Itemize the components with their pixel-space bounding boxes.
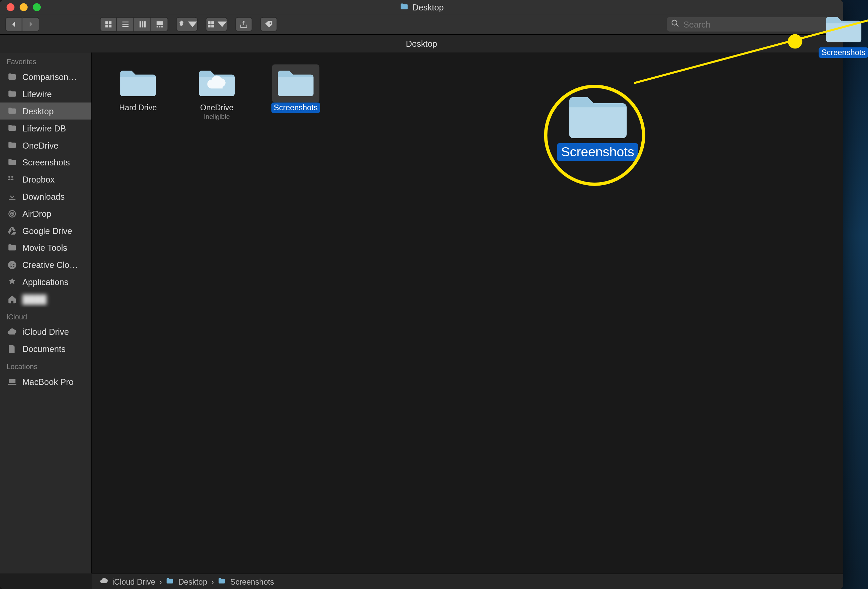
path-bar[interactable]: iCloud Drive›Desktop›Screenshots bbox=[92, 574, 843, 589]
sidebar-item-movie-tools[interactable]: Movie Tools bbox=[0, 239, 92, 256]
sidebar-item-label: Downloads bbox=[22, 191, 65, 202]
sidebar-item-downloads[interactable]: Downloads bbox=[0, 188, 92, 205]
toolbar bbox=[0, 15, 843, 34]
folder-icon bbox=[7, 242, 17, 253]
gdrive-icon bbox=[7, 225, 17, 236]
sidebar-item-applications[interactable]: Applications bbox=[0, 273, 92, 290]
file-item-hard-drive[interactable]: Hard Drive bbox=[112, 64, 164, 120]
chevron-right-icon: › bbox=[211, 577, 214, 586]
sidebar-item-documents[interactable]: Documents bbox=[0, 340, 92, 357]
path-segment[interactable]: Desktop bbox=[178, 577, 207, 586]
search-field[interactable] bbox=[667, 17, 838, 32]
file-item-screenshots[interactable]: Screenshots bbox=[269, 64, 322, 120]
airdrop-icon bbox=[7, 208, 17, 218]
file-item-onedrive[interactable]: OneDriveIneligible bbox=[191, 64, 243, 120]
file-item-label: OneDrive bbox=[198, 103, 236, 113]
sidebar-item-desktop[interactable]: Desktop bbox=[0, 103, 92, 120]
sidebar-item-lifewire-db[interactable]: Lifewire DB bbox=[0, 120, 92, 137]
sidebar-item-label: ████ bbox=[22, 294, 46, 303]
folder-icon bbox=[399, 2, 408, 13]
folder-icon bbox=[823, 15, 864, 47]
sidebar-item-label: MacBook Pro bbox=[22, 377, 73, 387]
sidebar-section-header: iCloud bbox=[0, 307, 92, 323]
sidebar-item-label: Desktop bbox=[22, 106, 53, 116]
traffic-lights bbox=[0, 3, 41, 11]
view-icon-button[interactable] bbox=[100, 17, 117, 32]
sidebar-item-comparison-[interactable]: Comparison… bbox=[0, 68, 92, 85]
content-area[interactable]: Hard DriveOneDriveIneligibleScreenshots bbox=[92, 53, 843, 573]
cloud-icon bbox=[7, 327, 17, 337]
sidebar-item-label: AirDrop bbox=[22, 208, 51, 218]
minimize-button[interactable] bbox=[20, 3, 28, 11]
svg-point-0 bbox=[11, 213, 13, 215]
desktop-drag-target[interactable]: Screenshots bbox=[819, 15, 868, 58]
location-header: Desktop bbox=[0, 34, 843, 53]
maximize-button[interactable] bbox=[33, 3, 41, 11]
desktop-background bbox=[842, 0, 868, 589]
sidebar-item-label: Applications bbox=[22, 277, 68, 287]
sidebar-section-header: Favorites bbox=[0, 53, 92, 68]
path-segment[interactable]: iCloud Drive bbox=[112, 577, 155, 586]
folder-icon bbox=[7, 106, 17, 116]
action-menu-button[interactable] bbox=[176, 17, 198, 32]
annotation-magnified-folder: Screenshots bbox=[557, 92, 638, 161]
share-button[interactable] bbox=[235, 17, 252, 32]
tags-button[interactable] bbox=[260, 17, 278, 32]
folder-icon bbox=[7, 140, 17, 150]
sidebar-item-label: Dropbox bbox=[22, 174, 55, 184]
sidebar-item-screenshots[interactable]: Screenshots bbox=[0, 154, 92, 171]
home-icon bbox=[7, 293, 17, 304]
search-input[interactable] bbox=[683, 19, 834, 29]
folder-icon bbox=[272, 64, 319, 102]
cloud-icon bbox=[100, 576, 108, 587]
view-gallery-button[interactable] bbox=[151, 17, 168, 32]
view-column-button[interactable] bbox=[134, 17, 151, 32]
download-icon bbox=[7, 191, 17, 202]
sidebar-item-label: Google Drive bbox=[22, 225, 72, 235]
drag-target-label: Screenshots bbox=[819, 47, 868, 58]
svg-text:Cc: Cc bbox=[9, 262, 15, 267]
path-segment[interactable]: Screenshots bbox=[230, 577, 274, 586]
cc-icon: Cc bbox=[7, 259, 17, 270]
dropbox-icon bbox=[7, 174, 17, 184]
sidebar-item-onedrive[interactable]: OneDrive bbox=[0, 137, 92, 154]
sidebar-item-home[interactable]: ████ bbox=[0, 290, 92, 308]
sidebar-item-airdrop[interactable]: AirDrop bbox=[0, 205, 92, 222]
sidebar-item-label: Documents bbox=[22, 344, 65, 354]
search-icon bbox=[671, 19, 679, 29]
sidebar-item-lifewire[interactable]: Lifewire bbox=[0, 85, 92, 103]
folder-icon bbox=[114, 64, 162, 102]
sidebar-item-label: iCloud Drive bbox=[22, 327, 69, 337]
file-item-label: Screenshots bbox=[271, 103, 320, 113]
folder-icon bbox=[7, 157, 17, 168]
sidebar-item-label: Screenshots bbox=[22, 158, 69, 167]
back-button[interactable] bbox=[5, 17, 22, 32]
sidebar-item-label: Comparison… bbox=[22, 72, 77, 82]
view-list-button[interactable] bbox=[117, 17, 134, 32]
sidebar-item-label: Creative Clo… bbox=[22, 260, 78, 269]
folder-icon bbox=[193, 64, 241, 102]
sidebar-item-icloud-drive[interactable]: iCloud Drive bbox=[0, 323, 92, 340]
window-title: Desktop bbox=[399, 2, 444, 13]
forward-button[interactable] bbox=[22, 17, 39, 32]
sidebar-item-creative-clo-[interactable]: CcCreative Clo… bbox=[0, 256, 92, 273]
sidebar-item-label: Lifewire DB bbox=[22, 123, 66, 133]
title-bar: Desktop bbox=[0, 0, 843, 15]
folder-icon bbox=[166, 576, 174, 587]
close-button[interactable] bbox=[7, 3, 15, 11]
folder-icon bbox=[7, 89, 17, 99]
group-menu-button[interactable] bbox=[206, 17, 227, 32]
folder-icon bbox=[7, 72, 17, 82]
sidebar-item-label: OneDrive bbox=[22, 140, 58, 150]
sidebar-item-macbook-pro[interactable]: MacBook Pro bbox=[0, 373, 92, 390]
sidebar-item-google-drive[interactable]: Google Drive bbox=[0, 222, 92, 239]
sidebar-section-header: Locations bbox=[0, 357, 92, 373]
finder-window: Desktop bbox=[0, 0, 843, 589]
doc-icon bbox=[7, 343, 17, 354]
sidebar-item-label: Lifewire bbox=[22, 89, 52, 99]
window-title-text: Desktop bbox=[412, 2, 444, 12]
annotation-magnified-label: Screenshots bbox=[557, 143, 638, 161]
file-item-sublabel: Ineligible bbox=[204, 113, 230, 120]
sidebar-item-dropbox[interactable]: Dropbox bbox=[0, 171, 92, 188]
file-item-label: Hard Drive bbox=[117, 103, 159, 113]
